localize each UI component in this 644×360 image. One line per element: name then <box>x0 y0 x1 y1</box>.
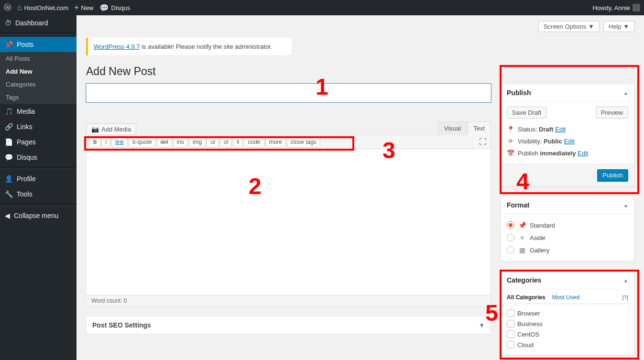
wordpress-icon: ⓦ <box>4 3 11 13</box>
categories-tab-all[interactable]: All Categories <box>507 294 546 301</box>
media-icon: 🎵 <box>5 108 13 115</box>
site-name: HostOnNet.com <box>24 4 68 11</box>
toolbar-more[interactable]: more <box>265 137 286 147</box>
chevron-down-icon[interactable]: ▼ <box>479 322 485 329</box>
sidebar-sub-tags[interactable]: Tags <box>0 91 76 104</box>
comment-icon: 💬 <box>5 153 13 161</box>
checkbox-icon <box>507 309 514 317</box>
categories-help[interactable]: [?] <box>622 295 628 300</box>
chevron-up-icon[interactable]: ▲ <box>623 278 628 283</box>
publish-box: Publish▲ Save Draft Preview 📍Status: Dra… <box>501 84 634 186</box>
post-seo-settings-box[interactable]: Post SEO Settings ▼ <box>86 316 491 334</box>
publish-button[interactable]: Publish <box>597 169 628 181</box>
chevron-up-icon[interactable]: ▲ <box>623 203 628 208</box>
chevron-up-icon[interactable]: ▲ <box>623 90 628 96</box>
tab-text[interactable]: Text <box>467 121 491 135</box>
format-option-gallery[interactable]: ▦Gallery <box>507 244 628 256</box>
sidebar-item-profile[interactable]: 👤Profile <box>0 171 76 186</box>
pin-icon: 📌 <box>5 41 13 48</box>
main-content: Screen Options ▼ Help ▼ WordPress 4.9.7 … <box>76 15 644 360</box>
site-link[interactable]: ⌂HostOnNet.com <box>17 3 68 12</box>
checkbox-icon <box>507 341 514 349</box>
category-item[interactable]: Browser <box>507 308 628 318</box>
plus-icon: + <box>74 3 78 12</box>
calendar-icon: 📅 <box>507 150 514 157</box>
publish-title: Publish <box>507 89 531 97</box>
toolbar-li[interactable]: li <box>233 137 243 147</box>
toolbar-bold[interactable]: b <box>89 137 100 147</box>
category-item[interactable]: Business <box>507 318 628 329</box>
save-draft-button[interactable]: Save Draft <box>507 107 546 119</box>
toolbar-bquote[interactable]: b-quote <box>129 137 156 147</box>
visibility-edit-link[interactable]: Edit <box>564 138 575 145</box>
update-notice: WordPress 4.9.7 is available! Please not… <box>86 38 292 55</box>
status-edit-link[interactable]: Edit <box>555 126 566 133</box>
editor-toolbar: b i link b-quote del ins img ul ol li co… <box>87 135 491 149</box>
pin-icon: 📌 <box>518 221 526 229</box>
categories-tab-most-used[interactable]: Most Used <box>552 294 579 301</box>
disqus-label: Disqus <box>111 4 131 11</box>
radio-icon <box>507 221 514 229</box>
toolbar-code[interactable]: code <box>244 137 264 147</box>
screen-options-button[interactable]: Screen Options ▼ <box>538 21 600 32</box>
wordpress-update-link[interactable]: WordPress 4.9.7 <box>94 43 140 50</box>
page-icon: 📄 <box>5 138 13 146</box>
tab-visual[interactable]: Visual <box>438 121 467 135</box>
wp-logo[interactable]: ⓦ <box>4 3 11 13</box>
new-label: New <box>81 4 94 11</box>
category-list: Browser Business CentOS Cloud <box>507 308 628 350</box>
toolbar-img[interactable]: img <box>189 137 206 147</box>
chevron-down-icon: ▼ <box>588 23 594 30</box>
format-box: Format▲ 📌Standard ≡Aside ▦Gallery <box>501 196 634 262</box>
toolbar-ul[interactable]: ul <box>207 137 218 147</box>
visibility-value: Public <box>544 138 562 145</box>
sidebar-sub-all-posts[interactable]: All Posts <box>0 52 76 65</box>
add-media-button[interactable]: 📷Add Media <box>86 123 136 135</box>
aside-icon: ≡ <box>518 234 526 241</box>
categories-box: Categories▲ All Categories Most Used [?]… <box>501 271 634 355</box>
toolbar-link[interactable]: link <box>111 137 128 147</box>
sidebar-item-tools[interactable]: 🔧Tools <box>0 186 76 202</box>
sidebar-sub-add-new[interactable]: Add New <box>0 65 76 78</box>
toolbar-close-tags[interactable]: close tags <box>287 137 320 147</box>
format-option-aside[interactable]: ≡Aside <box>507 231 628 244</box>
toolbar-italic[interactable]: i <box>101 137 110 147</box>
publish-edit-link[interactable]: Edit <box>578 150 588 157</box>
status-value: Draft <box>539 126 553 133</box>
sidebar-sub-categories[interactable]: Categories <box>0 78 76 91</box>
sidebar-item-posts[interactable]: 📌Posts <box>0 37 76 52</box>
avatar-icon <box>633 4 640 11</box>
help-button[interactable]: Help ▼ <box>603 21 634 32</box>
disqus-link[interactable]: 💬Disqus <box>99 3 131 12</box>
checkbox-icon <box>507 330 514 338</box>
link-icon: 🔗 <box>5 123 13 131</box>
sidebar-item-label: Collapse menu <box>14 212 58 219</box>
format-option-standard[interactable]: 📌Standard <box>507 219 628 231</box>
home-icon: ⌂ <box>17 3 22 12</box>
category-item[interactable]: CentOS <box>507 329 628 339</box>
toolbar-ins[interactable]: ins <box>173 137 188 147</box>
sidebar-item-pages[interactable]: 📄Pages <box>0 134 76 150</box>
key-icon: 📍 <box>507 126 514 133</box>
sidebar-item-collapse[interactable]: ◀Collapse menu <box>0 208 76 223</box>
preview-button[interactable]: Preview <box>596 107 628 119</box>
publish-value: immediately <box>540 150 576 157</box>
post-title-input[interactable] <box>86 84 491 102</box>
toolbar-del[interactable]: del <box>157 137 172 147</box>
sidebar-item-label: Media <box>17 108 35 115</box>
sidebar-item-dashboard[interactable]: ⏱Dashboard <box>0 15 76 31</box>
category-item[interactable]: Cloud <box>507 339 628 350</box>
page-title: Add New Post <box>76 65 644 84</box>
sidebar-item-disqus[interactable]: 💬Disqus <box>0 150 76 165</box>
greeting-text: Howdy, Annie <box>592 4 630 11</box>
toolbar-ol[interactable]: ol <box>220 137 232 147</box>
sidebar-item-links[interactable]: 🔗Links <box>0 119 76 134</box>
wrench-icon: 🔧 <box>5 190 13 198</box>
user-greeting[interactable]: Howdy, Annie <box>592 4 640 11</box>
sidebar-item-label: Dashboard <box>15 19 48 27</box>
sidebar-item-media[interactable]: 🎵Media <box>0 104 76 119</box>
notice-text: is available! Please notify the site adm… <box>140 43 273 50</box>
new-content[interactable]: +New <box>74 3 93 12</box>
fullscreen-icon[interactable]: ⛶ <box>479 138 487 146</box>
editor-textarea[interactable] <box>87 149 491 295</box>
